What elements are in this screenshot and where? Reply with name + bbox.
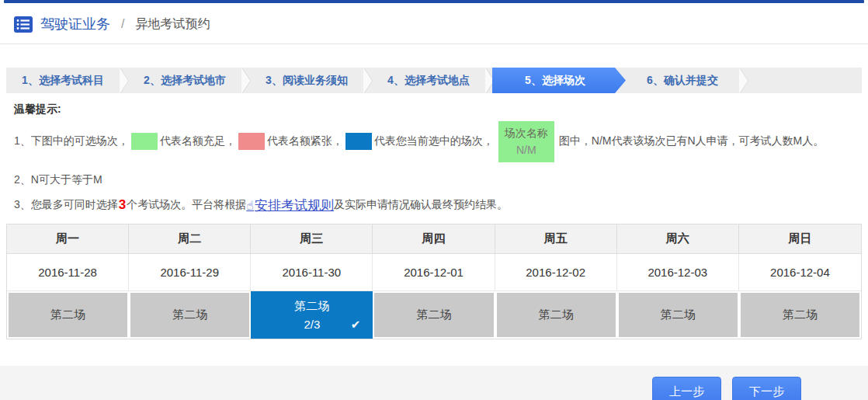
session-cell: 第二场	[129, 291, 251, 339]
legend-session-box-value: N/M	[500, 141, 553, 158]
session-cell: 第二场	[495, 291, 617, 339]
session-option[interactable]: 第二场	[9, 293, 127, 337]
next-step-button[interactable]: 下一步	[732, 377, 801, 400]
checkmark-icon: ✔	[351, 318, 361, 332]
schedule-table: 周一周二周三周四周五周六周日 2016-11-282016-11-292016-…	[6, 224, 862, 339]
tip-line-2: 2、N可大于等于M	[14, 173, 854, 187]
legend-session-box-title: 场次名称	[500, 124, 553, 141]
step-bar: 1、选择考试科目2、选择考试地市3、阅读业务须知4、选择考试地点5、选择场次6、…	[6, 68, 862, 93]
session-option[interactable]: 第二场	[497, 293, 616, 337]
step-chevron-separator	[241, 68, 250, 93]
weekday-cell: 周二	[129, 224, 251, 254]
session-cell: 第二场	[7, 291, 129, 339]
session-label: 第二场	[661, 308, 696, 322]
session-cell: 第二场2/3✔	[251, 291, 373, 339]
date-cell: 2016-12-02	[495, 254, 617, 291]
tip1-suffix: 图中，N/M代表该场次已有N人申请，可考试人数M人。	[559, 134, 824, 148]
weekday-cell: 周五	[495, 224, 617, 254]
date-cell: 2016-12-01	[373, 254, 495, 291]
session-option[interactable]: 第二场	[374, 293, 493, 337]
weekday-cell: 周三	[251, 224, 373, 254]
weekday-header-row: 周一周二周三周四周五周六周日	[7, 224, 861, 254]
legend-green-swatch	[131, 133, 158, 150]
step-chevron-separator	[739, 68, 748, 93]
session-label: 第二场	[539, 308, 574, 322]
list-icon	[14, 16, 33, 33]
date-cell: 2016-11-29	[129, 254, 251, 291]
step-tab-3[interactable]: 3、阅读业务须知	[250, 68, 363, 93]
legend-red-swatch	[238, 133, 265, 150]
footer-bar: 上一步 下一步	[0, 366, 868, 400]
session-label: 第二场	[416, 308, 451, 322]
tip-line-1: 1、下图中的可选场次， 代表名额充足， 代表名额紧张， 代表您当前选中的场次， …	[14, 121, 854, 162]
exam-rules-link[interactable]: ☝安排考试规则	[246, 197, 334, 214]
tip1-green-text: 代表名额充足，	[160, 134, 236, 148]
tips-title: 温馨提示:	[14, 103, 854, 117]
breadcrumb-separator: /	[121, 17, 124, 31]
session-cell: 第二场	[617, 291, 739, 339]
breadcrumb-root[interactable]: 驾驶证业务	[40, 15, 110, 33]
step-chevron-separator	[120, 68, 128, 93]
session-label: 第二场	[294, 299, 329, 314]
step-bar-filler	[748, 68, 862, 93]
session-option[interactable]: 第二场	[741, 293, 859, 337]
tip3-pre: 3、您最多可同时选择	[14, 198, 118, 212]
prev-step-button[interactable]: 上一步	[652, 377, 721, 400]
session-label: 第二场	[783, 308, 818, 322]
session-label: 第二场	[50, 308, 85, 322]
tip-line-3: 3、您最多可同时选择 3 个考试场次。平台将根据 ☝安排考试规则 及实际申请情况…	[14, 197, 854, 214]
weekday-cell: 周一	[7, 224, 129, 254]
legend-blue-swatch	[345, 133, 372, 150]
date-cell: 2016-12-03	[617, 254, 739, 291]
session-option-selected[interactable]: 第二场2/3✔	[251, 291, 373, 339]
session-quota: 2/3	[304, 318, 320, 331]
tip3-post: 及实际申请情况确认最终预约结果。	[334, 198, 508, 212]
tip1-red-text: 代表名额紧张，	[267, 134, 343, 148]
tips-section: 温馨提示: 1、下图中的可选场次， 代表名额充足， 代表名额紧张， 代表您当前选…	[14, 103, 854, 214]
weekday-cell: 周日	[739, 224, 861, 254]
step-tab-5[interactable]: 5、选择场次	[492, 68, 626, 93]
weekday-cell: 周六	[617, 224, 739, 254]
breadcrumb-current: 异地考试预约	[135, 16, 210, 33]
session-option[interactable]: 第二场	[130, 293, 249, 337]
session-row: 第二场第二场第二场2/3✔第二场第二场第二场第二场	[7, 291, 861, 339]
pointing-hand-icon: ☝	[246, 198, 254, 213]
step-tab-1[interactable]: 1、选择考试科目	[6, 68, 120, 93]
exam-rules-link-text: 安排考试规则	[255, 197, 334, 214]
date-cell: 2016-11-30	[251, 254, 373, 291]
session-cell: 第二场	[739, 291, 861, 339]
date-row: 2016-11-282016-11-292016-11-302016-12-01…	[7, 254, 861, 291]
session-label: 第二场	[172, 308, 207, 322]
step-tab-4[interactable]: 4、选择考试地点	[372, 68, 485, 93]
session-cell: 第二场	[373, 291, 495, 339]
date-cell: 2016-12-04	[739, 254, 861, 291]
max-select-count: 3	[118, 197, 127, 213]
tip3-mid: 个考试场次。平台将根据	[127, 198, 246, 212]
tip1-prefix: 1、下图中的可选场次，	[14, 134, 129, 148]
session-option[interactable]: 第二场	[619, 293, 738, 337]
date-cell: 2016-11-28	[7, 254, 129, 291]
step-chevron-separator	[363, 68, 372, 93]
header-divider	[0, 43, 868, 44]
breadcrumb: 驾驶证业务 / 异地考试预约	[0, 3, 868, 43]
legend-session-box: 场次名称 N/M	[498, 121, 554, 162]
step-tab-2[interactable]: 2、选择考试地市	[128, 68, 241, 93]
weekday-cell: 周四	[373, 224, 495, 254]
tip1-blue-text: 代表您当前选中的场次，	[374, 134, 494, 148]
step-tab-6[interactable]: 6、确认并提交	[626, 68, 739, 93]
